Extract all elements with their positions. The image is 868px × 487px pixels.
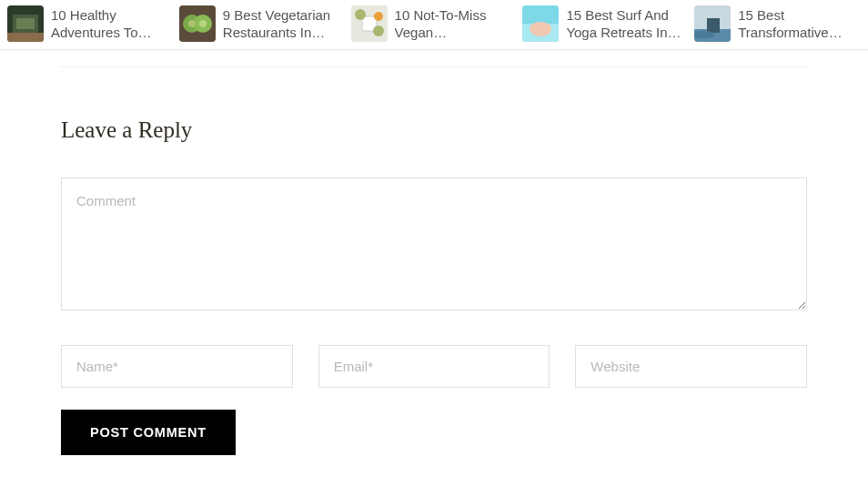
comment-fields-row (61, 345, 807, 388)
related-article-link[interactable]: 15 Best Transformative… (694, 5, 861, 42)
svg-rect-19 (707, 18, 720, 33)
akismet-notice: This site uses Akismet to reduce spam. L… (61, 482, 807, 487)
article-thumbnail (351, 5, 388, 42)
svg-point-16 (530, 22, 551, 36)
related-article-link[interactable]: 10 Not-To-Miss Vegan… (351, 5, 518, 42)
svg-rect-3 (7, 33, 44, 42)
related-articles-bar: 10 Healthy Adventures To… 9 Best Vegetar… (0, 0, 868, 50)
article-title: 9 Best Vegetarian Restaurants In… (223, 6, 346, 42)
svg-point-13 (373, 25, 384, 36)
article-thumbnail (694, 5, 731, 42)
svg-point-11 (355, 9, 366, 20)
name-field[interactable] (61, 345, 293, 388)
comment-textarea[interactable] (61, 178, 807, 310)
website-field[interactable] (575, 345, 807, 388)
related-article-link[interactable]: 15 Best Surf And Yoga Retreats In… (522, 5, 689, 42)
article-thumbnail (7, 5, 44, 42)
content-divider (61, 66, 807, 67)
related-article-link[interactable]: 10 Healthy Adventures To… (7, 5, 174, 42)
svg-point-8 (199, 20, 207, 27)
article-title: 10 Not-To-Miss Vegan… (395, 6, 518, 42)
article-thumbnail (179, 5, 216, 42)
svg-rect-2 (16, 18, 35, 29)
related-article-link[interactable]: 9 Best Vegetarian Restaurants In… (179, 5, 346, 42)
svg-point-7 (188, 20, 196, 27)
article-thumbnail (522, 5, 559, 42)
main-content: Leave a Reply POST COMMENT This site use… (61, 66, 807, 487)
email-field[interactable] (318, 345, 550, 388)
article-title: 15 Best Transformative… (738, 6, 861, 42)
leave-reply-heading: Leave a Reply (61, 117, 807, 143)
svg-point-12 (374, 12, 383, 21)
post-comment-button[interactable]: POST COMMENT (61, 410, 236, 455)
article-title: 10 Healthy Adventures To… (51, 6, 174, 42)
article-title: 15 Best Surf And Yoga Retreats In… (566, 6, 689, 42)
